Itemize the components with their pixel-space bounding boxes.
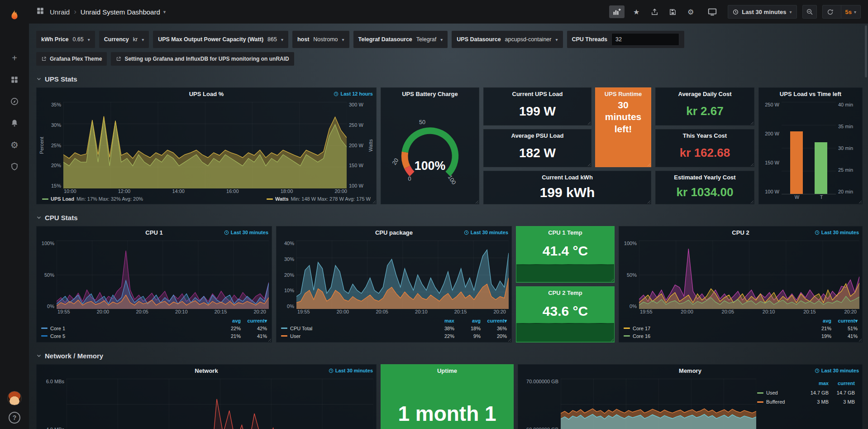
variable-value[interactable]: 0.65 <box>72 36 83 43</box>
cpu-threads-input[interactable] <box>611 33 679 46</box>
panel-title[interactable]: Network <box>195 367 218 374</box>
save-button[interactable] <box>666 5 679 18</box>
panel-title[interactable]: CPU 2 <box>732 229 749 236</box>
variable-label: CPU Threads <box>572 36 608 43</box>
panel-title[interactable]: UPS Runtime <box>596 88 651 97</box>
zoom-out-button[interactable] <box>802 5 817 19</box>
panel-time-override: Last 12 hours <box>334 91 373 96</box>
configuration-gear-icon[interactable]: ⚙ <box>7 137 22 153</box>
grafana-logo-icon[interactable] <box>7 8 22 23</box>
variable-value[interactable]: 865 <box>267 36 277 43</box>
y-axis-right: 300 W250 W200 W150 W100 W <box>347 102 367 188</box>
variable-currency[interactable]: Currency kr ▾ <box>99 31 149 48</box>
dashboard-grid-icon[interactable] <box>36 7 44 17</box>
panel-title[interactable]: CPU package <box>375 229 413 236</box>
sidebar: + ⚙ ? <box>0 0 29 429</box>
legend-item[interactable]: Watts Min: 148 W Max: 278 W Avg: 175 W <box>267 196 371 202</box>
variable-value[interactable]: kr <box>133 36 138 43</box>
variable-ups-max-output[interactable]: UPS Max Output Power Capacity (Watt) 865… <box>153 31 288 48</box>
variable-ups-datasource[interactable]: UPS Datasource apcupsd-container ▾ <box>452 31 563 48</box>
clock-icon <box>733 9 739 15</box>
legend-series-name[interactable]: Buffered <box>766 399 785 405</box>
variable-host[interactable]: host Nostromo ▾ <box>292 31 349 48</box>
variable-kwh-price[interactable]: kWh Price 0.65 ▾ <box>36 31 95 48</box>
breadcrumb-root[interactable]: Unraid <box>50 8 70 16</box>
dashboard-title[interactable]: Unraid System Dashboard <box>81 8 160 16</box>
refresh-caret-icon: ▾ <box>854 10 856 14</box>
stat-value: 199 W <box>484 97 591 125</box>
clock-icon <box>815 368 820 373</box>
alerting-bell-icon[interactable] <box>7 116 22 131</box>
panel-cpu2-temp: CPU 2 Temp 43.6 °C <box>516 286 615 343</box>
help-icon[interactable]: ? <box>9 412 20 424</box>
sort-column[interactable]: current▾ <box>241 318 267 324</box>
refresh-now-button[interactable] <box>823 5 838 18</box>
cpu1-chart[interactable] <box>57 241 269 309</box>
legend-series-name[interactable]: User <box>290 333 300 339</box>
panel-title[interactable]: CPU 1 <box>145 229 162 236</box>
stat-value: kr 1034.00 <box>656 181 754 204</box>
panel-title[interactable]: Uptime <box>381 365 513 374</box>
panel-title[interactable]: UPS Load vs Time left <box>780 91 841 97</box>
legend-item[interactable]: UPS Load Min: 17% Max: 32% Avg: 20% <box>42 196 143 202</box>
row-header-network-memory[interactable]: Network / Memory <box>36 351 863 361</box>
panel-title[interactable]: Average Daily Cost <box>656 88 754 97</box>
panel-title[interactable]: Current UPS Load <box>484 88 591 97</box>
grafana-app: + ⚙ ? Unraid › Unraid System Dashboard <box>0 0 868 429</box>
time-range-picker[interactable]: Last 30 minutes ▾ <box>728 5 796 19</box>
legend-series-name[interactable]: Used <box>766 390 778 395</box>
legend-series-name[interactable]: Core 17 <box>633 326 650 331</box>
legend-swatch <box>41 328 48 329</box>
panel-title[interactable]: This Years Cost <box>656 130 754 139</box>
panel-title[interactable]: Average PSU Load <box>484 130 591 139</box>
legend-series-name[interactable]: Core 5 <box>50 333 65 339</box>
share-button[interactable] <box>648 5 661 18</box>
settings-gear-button[interactable]: ⚙ <box>684 5 697 18</box>
svg-text:50: 50 <box>419 119 425 125</box>
network-chart[interactable] <box>67 379 373 429</box>
legend-series-name[interactable]: CPU Total <box>290 326 312 331</box>
panel-title[interactable]: Estimated Yearly Cost <box>656 171 754 181</box>
variable-value[interactable]: Nostromo <box>313 36 338 43</box>
row-header-ups-stats[interactable]: UPS Stats <box>36 74 863 84</box>
refresh-interval-button[interactable]: 5s ▾ <box>841 5 861 18</box>
legend-swatch <box>757 401 763 403</box>
variable-value[interactable]: apcupsd-container <box>505 36 552 43</box>
title-caret-icon[interactable]: ▾ <box>163 9 166 15</box>
star-button[interactable]: ★ <box>630 5 643 18</box>
panel-title[interactable]: UPS Battery Charge <box>402 91 458 97</box>
explore-compass-icon[interactable] <box>7 94 22 109</box>
memory-chart[interactable] <box>561 379 756 429</box>
scrollbar-thumb[interactable] <box>865 25 867 77</box>
panel-title[interactable]: UPS Load % <box>189 91 224 97</box>
cpu2-temp-sparkline <box>516 321 614 342</box>
link-ups-monitoring-guide[interactable]: Setting up Grafana and InfluxDB for UPS … <box>111 52 294 66</box>
sort-column[interactable]: current▾ <box>481 318 507 324</box>
legend-item: Core 17 21% 51% <box>624 324 858 332</box>
window-scrollbar[interactable] <box>865 25 867 429</box>
cpu2-chart[interactable] <box>639 241 859 309</box>
ups-load-chart[interactable] <box>63 102 347 188</box>
dashboard-links-row: Grafana Plex Theme Setting up Grafana an… <box>36 52 863 66</box>
panel-title[interactable]: Current Load kWh <box>484 171 651 181</box>
panel-title[interactable]: CPU 1 Temp <box>516 227 614 236</box>
user-avatar[interactable] <box>7 391 22 405</box>
add-panel-button[interactable] <box>609 5 625 18</box>
sort-column[interactable]: current▾ <box>831 318 858 324</box>
legend-series-name[interactable]: Core 1 <box>50 326 65 331</box>
ups-bar-chart[interactable] <box>782 102 836 194</box>
panel-time-override: Last 30 minutes <box>815 368 859 373</box>
server-admin-shield-icon[interactable] <box>7 159 22 174</box>
cycle-view-monitor-button[interactable] <box>706 5 719 18</box>
cpu-package-chart[interactable] <box>296 241 509 309</box>
dashboards-icon[interactable] <box>7 72 22 87</box>
add-icon[interactable]: + <box>7 50 22 66</box>
panel-title[interactable]: Memory <box>679 367 701 374</box>
link-grafana-plex-theme[interactable]: Grafana Plex Theme <box>36 52 107 66</box>
row-header-cpu-stats[interactable]: CPU Stats <box>36 212 863 222</box>
legend-series-name[interactable]: Core 16 <box>633 333 650 339</box>
panel-title[interactable]: CPU 2 Temp <box>516 287 614 296</box>
variable-telegraf-datasource[interactable]: Telegraf Datasource Telegraf ▾ <box>353 31 448 48</box>
variable-value[interactable]: Telegraf <box>416 36 436 43</box>
svg-text:0: 0 <box>408 175 411 182</box>
